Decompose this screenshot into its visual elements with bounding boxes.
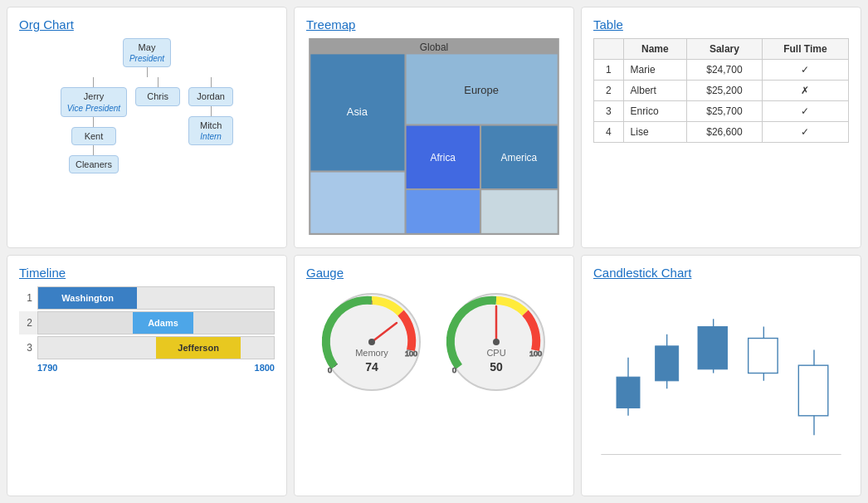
td-name: Albert bbox=[623, 81, 687, 101]
org-level-2: Jerry Vice President Kent Cleaners bbox=[61, 77, 233, 173]
timeline-container: 1 Washington 2 Adams 3 Jefferson 179 bbox=[19, 286, 275, 373]
svg-rect-23 bbox=[698, 327, 727, 369]
timeline-axis-1800: 1800 bbox=[255, 363, 275, 373]
org-node-may: May President bbox=[123, 38, 171, 67]
gauge-cpu-svg: 0 100 CPU 50 bbox=[442, 288, 550, 396]
org-node-jerry: Jerry Vice President bbox=[61, 87, 127, 116]
svg-text:0: 0 bbox=[452, 366, 456, 374]
timeline-track-3: Jefferson bbox=[37, 336, 275, 359]
table-row: 4 Lise $26,600 ✓ bbox=[594, 122, 849, 143]
org-v-kent bbox=[93, 145, 94, 155]
table-card: Table Name Salary Full Time 1 Marie $24,… bbox=[581, 7, 861, 248]
org-row-2: Jerry Vice President Kent Cleaners bbox=[61, 77, 233, 173]
org-jordan-branch: Jordan Mitch Intern bbox=[188, 77, 233, 145]
timeline-num-1: 1 bbox=[19, 292, 32, 304]
svg-text:CPU: CPU bbox=[486, 348, 505, 358]
gauge-title: Gauge bbox=[306, 266, 562, 280]
treemap-title: Treemap bbox=[306, 17, 562, 32]
svg-rect-19 bbox=[617, 377, 640, 408]
org-v-jordan bbox=[211, 77, 212, 87]
td-fulltime: ✓ bbox=[762, 101, 848, 122]
org-chart: May President Jerry Vice President bbox=[19, 38, 275, 173]
timeline-bar-washington: Washington bbox=[38, 287, 137, 309]
gauge-cpu-wrap: 0 100 CPU 50 bbox=[442, 288, 550, 396]
timeline-num-2: 2 bbox=[19, 317, 32, 329]
td-num: 4 bbox=[594, 122, 624, 143]
treemap-label-asia: Asia bbox=[347, 105, 368, 118]
svg-text:50: 50 bbox=[490, 360, 503, 374]
candlestick-container bbox=[593, 286, 849, 483]
table-row: 2 Albert $25,200 ✗ bbox=[594, 81, 849, 101]
svg-text:0: 0 bbox=[328, 366, 332, 374]
treemap-label-europe: Europe bbox=[464, 84, 499, 96]
treemap-br bbox=[481, 190, 558, 233]
td-name: Enrico bbox=[623, 101, 687, 122]
th-num bbox=[594, 39, 624, 60]
svg-point-14 bbox=[493, 339, 500, 345]
svg-text:Memory: Memory bbox=[355, 348, 388, 358]
org-v-jerry-2 bbox=[93, 117, 94, 127]
td-num: 1 bbox=[594, 60, 624, 81]
org-v-jordan-2 bbox=[211, 106, 212, 116]
table-title: Table bbox=[593, 17, 849, 32]
table-row: 3 Enrico $25,700 ✓ bbox=[594, 101, 849, 122]
td-salary: $24,700 bbox=[687, 60, 763, 81]
org-chart-title: Org Chart bbox=[19, 17, 275, 32]
treemap-card: Treemap Global Asia Europe Africa Americ… bbox=[294, 7, 574, 248]
th-salary: Salary bbox=[687, 39, 763, 60]
timeline-track-1: Washington bbox=[37, 286, 275, 310]
th-name: Name bbox=[623, 39, 687, 60]
candlestick-title: Candlestick Chart bbox=[593, 266, 849, 280]
treemap-bm bbox=[407, 190, 480, 233]
timeline-bar-jefferson: Jefferson bbox=[156, 337, 241, 359]
timeline-row-3: 3 Jefferson bbox=[19, 336, 275, 359]
svg-rect-27 bbox=[798, 365, 827, 416]
svg-text:100: 100 bbox=[529, 349, 542, 358]
td-salary: $25,200 bbox=[687, 81, 763, 101]
svg-text:100: 100 bbox=[405, 349, 417, 358]
td-name: Lise bbox=[623, 122, 687, 143]
td-fulltime: ✗ bbox=[762, 81, 848, 101]
treemap-bl bbox=[310, 173, 404, 233]
org-chris-branch: Chris bbox=[135, 77, 180, 105]
td-num: 3 bbox=[594, 101, 624, 122]
timeline-track-2: Adams bbox=[37, 311, 275, 335]
svg-rect-25 bbox=[749, 339, 778, 374]
svg-point-7 bbox=[368, 339, 375, 345]
org-node-chris: Chris bbox=[135, 87, 180, 105]
table-row: 1 Marie $24,700 ✓ bbox=[594, 60, 849, 81]
td-fulltime: ✓ bbox=[762, 122, 848, 143]
org-node-mitch: Mitch Intern bbox=[188, 116, 233, 145]
timeline-row-2: 2 Adams bbox=[19, 311, 275, 335]
candlestick-svg bbox=[593, 286, 849, 483]
treemap-label-africa: Africa bbox=[431, 152, 456, 164]
timeline-axis: 1790 1800 bbox=[37, 363, 275, 373]
gauge-memory-svg: 0 100 Memory 74 bbox=[318, 288, 426, 396]
org-chart-card: Org Chart May President Jerry bbox=[7, 7, 287, 248]
org-jerry-branch: Jerry Vice President Kent Cleaners bbox=[61, 77, 127, 173]
timeline-bar-adams: Adams bbox=[133, 312, 194, 334]
org-node-cleaners: Cleaners bbox=[69, 155, 119, 173]
table-header-row: Name Salary Full Time bbox=[594, 39, 849, 60]
timeline-axis-1790: 1790 bbox=[37, 363, 57, 373]
svg-text:74: 74 bbox=[365, 360, 378, 374]
gauge-container: 0 100 Memory 74 bbox=[306, 288, 562, 396]
treemap-container: Global Asia Europe Africa America bbox=[306, 38, 562, 235]
td-fulltime: ✓ bbox=[762, 60, 848, 81]
th-fulltime: Full Time bbox=[762, 39, 848, 60]
main-grid: Org Chart May President Jerry bbox=[0, 0, 868, 503]
org-root: May President bbox=[123, 38, 171, 77]
gauge-card: Gauge bbox=[294, 255, 574, 496]
data-table: Name Salary Full Time 1 Marie $24,700 ✓ … bbox=[593, 38, 849, 143]
td-name: Marie bbox=[623, 60, 687, 81]
timeline-num-3: 3 bbox=[19, 342, 32, 354]
gauge-memory-wrap: 0 100 Memory 74 bbox=[318, 288, 426, 396]
org-node-kent: Kent bbox=[71, 127, 116, 145]
timeline-title: Timeline bbox=[19, 266, 275, 280]
org-connector-1 bbox=[147, 67, 148, 77]
timeline-card: Timeline 1 Washington 2 Adams 3 Jefferso bbox=[7, 255, 287, 496]
org-node-jordan: Jordan bbox=[188, 87, 233, 105]
treemap-label-america: America bbox=[501, 152, 538, 164]
td-num: 2 bbox=[594, 81, 624, 101]
timeline-row-1: 1 Washington bbox=[19, 286, 275, 310]
